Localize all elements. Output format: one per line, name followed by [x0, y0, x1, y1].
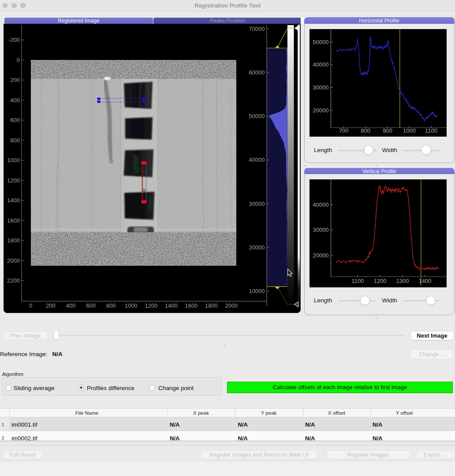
- svg-text:40000: 40000: [313, 201, 328, 208]
- svg-text:1200: 1200: [7, 177, 20, 184]
- svg-text:50000: 50000: [313, 38, 328, 45]
- svg-text:800: 800: [361, 127, 370, 134]
- svg-text:40000: 40000: [313, 61, 328, 68]
- svg-text:2200: 2200: [7, 277, 20, 284]
- svg-text:1200: 1200: [373, 278, 386, 284]
- svg-text:1400: 1400: [418, 278, 431, 284]
- svg-text:1600: 1600: [185, 302, 198, 309]
- svg-text:2000: 2000: [225, 302, 238, 309]
- svg-text:20000: 20000: [313, 107, 328, 113]
- svg-text:20000: 20000: [249, 244, 265, 251]
- svg-text:1100: 1100: [351, 278, 364, 284]
- svg-text:30000: 30000: [313, 84, 328, 90]
- svg-text:600: 600: [10, 117, 20, 123]
- svg-text:1200: 1200: [145, 302, 157, 309]
- svg-text:1400: 1400: [165, 302, 178, 309]
- svg-text:1000: 1000: [403, 127, 416, 134]
- svg-text:2000: 2000: [7, 257, 20, 264]
- svg-text:200: 200: [10, 77, 20, 83]
- svg-text:70000: 70000: [249, 26, 265, 32]
- svg-text:-200: -200: [8, 37, 20, 43]
- svg-text:30000: 30000: [313, 227, 328, 233]
- svg-text:1800: 1800: [7, 237, 20, 244]
- svg-text:20000: 20000: [313, 252, 328, 259]
- svg-text:40000: 40000: [249, 156, 265, 163]
- svg-text:30000: 30000: [249, 201, 265, 207]
- svg-text:10000: 10000: [249, 288, 265, 294]
- svg-text:700: 700: [339, 127, 348, 134]
- svg-text:1000: 1000: [7, 157, 20, 164]
- svg-text:0: 0: [17, 57, 20, 63]
- svg-text:1300: 1300: [396, 278, 409, 284]
- svg-text:60000: 60000: [249, 69, 265, 76]
- svg-text:1100: 1100: [425, 127, 437, 134]
- svg-text:0: 0: [29, 302, 32, 309]
- svg-text:800: 800: [106, 302, 116, 309]
- svg-text:1000: 1000: [125, 302, 138, 309]
- svg-text:400: 400: [66, 302, 76, 309]
- svg-text:600: 600: [86, 302, 96, 309]
- svg-text:800: 800: [10, 137, 20, 144]
- svg-text:50000: 50000: [249, 113, 265, 119]
- svg-text:1400: 1400: [7, 197, 20, 204]
- svg-text:400: 400: [10, 97, 20, 104]
- svg-text:200: 200: [46, 302, 56, 309]
- svg-text:1800: 1800: [205, 302, 218, 309]
- svg-text:1600: 1600: [7, 217, 20, 224]
- svg-text:900: 900: [382, 127, 392, 134]
